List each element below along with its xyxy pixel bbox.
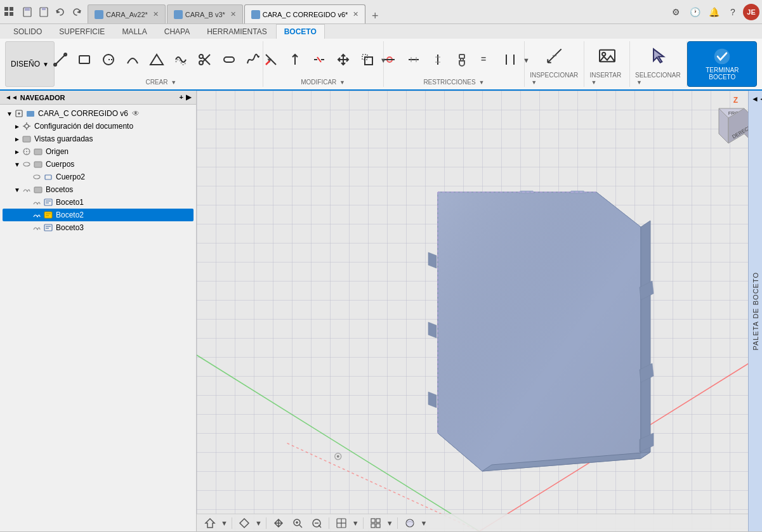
tree-item-origen[interactable]: ► Origen [3,145,194,158]
tree-arrow-bocetos[interactable]: ▼ [13,186,22,193]
tree-vis-origen[interactable] [22,146,32,157]
insertar-buttons [592,42,622,70]
svg-rect-0 [4,7,8,11]
viewport[interactable]: Z X FRONTAL DERECHA ◄◄ PALETA DE BOCETO [197,91,762,531]
tree-item-vistas[interactable]: ► Vistas guardadas [3,133,194,145]
ribbon-tab-boceto[interactable]: BOCETO [276,24,325,39]
btn-circle[interactable] [97,51,120,70]
svg-rect-67 [45,175,51,179]
btn-arc[interactable] [121,51,144,70]
btn-visual-style[interactable] [403,516,417,530]
tab-cara-a-close[interactable]: ✕ [153,10,159,18]
tree-vis-boceto3[interactable] [32,223,42,233]
ribbon-tab-solido[interactable]: SOLIDO [5,24,50,39]
btn-fit[interactable] [310,516,324,530]
btn-horizontal[interactable] [402,51,425,70]
tree-eye-root[interactable]: 👁 [132,109,140,118]
tree-vis-bocetos[interactable] [22,185,32,195]
tree-arrow-root[interactable]: ▼ [5,110,14,117]
user-badge[interactable]: JE [743,4,759,20]
tree-icon-cuerpos [33,159,43,169]
btn-move[interactable] [332,51,355,70]
nav-plus-icon[interactable]: + [180,93,183,101]
btn-slot[interactable] [218,51,240,70]
file-menu-icon[interactable] [20,4,35,20]
paleta-boceto-panel[interactable]: ◄◄ PALETA DE BOCETO [748,91,762,531]
tree-item-bocetos[interactable]: ▼ Bocetos [3,183,194,196]
tree-item-cuerpo2[interactable]: ► Cuerpo2 [3,171,194,183]
ribbon-group-restricciones: = ▼ RESTRICCIONES ▼ [384,41,525,87]
btn-select[interactable] [643,43,674,70]
undo-icon[interactable] [53,4,68,20]
btn-grid[interactable] [369,516,383,530]
apps-icon[interactable] [3,5,16,19]
btn-home-view[interactable] [203,516,217,530]
btn-measure[interactable]: ↔ [539,43,570,70]
tab-cara-c[interactable]: CARA_C CORREGIDO v6* ✕ [244,4,365,23]
finish-boceto-button[interactable]: TERMINAR BOCETO [687,41,757,87]
btn-coincident[interactable] [378,51,401,70]
tree-item-config[interactable]: ► Configuración del documento [3,120,194,133]
tree-vis-boceto1[interactable] [32,197,42,207]
ribbon-tab-herramientas[interactable]: HERRAMIENTAS [199,24,275,39]
tree-item-boceto1[interactable]: ► Boceto1 [3,196,194,209]
btn-line[interactable] [49,51,72,70]
restricciones-label: RESTRICCIONES ▼ [423,77,484,86]
clock-icon[interactable]: 🕐 [686,3,704,21]
ribbon-tab-malla[interactable]: MALLA [114,24,155,39]
nav-collapse-icon[interactable]: ▶ [186,93,191,101]
grid-dropdown[interactable]: ▼ [386,519,393,527]
view-dropdown-btn[interactable]: ▼ [221,519,228,527]
notification-icon[interactable]: 🔔 [705,3,723,21]
tree-vis-boceto2[interactable] [32,210,42,220]
tab-cara-c-close[interactable]: ✕ [353,10,358,18]
tree-label-cuerpo2: Cuerpo2 [56,172,85,181]
tree-item-boceto3[interactable]: ► Boceto3 [3,221,194,234]
tree-item-cuerpos[interactable]: ▼ Cuerpos [3,158,194,171]
tree-arrow-origen[interactable]: ► [13,148,22,155]
ribbon-tab-chapa[interactable]: CHAPA [156,24,198,39]
ribbon-tab-superficie[interactable]: SUPERFICIE [51,24,113,39]
save-icon[interactable] [36,4,51,20]
display-mode-dropdown[interactable]: ▼ [352,519,359,527]
tree-vis-cuerpos[interactable] [22,159,32,169]
tree-item-root[interactable]: ▼ CARA_C CORREGIDO v6 👁 [3,107,194,120]
tree-arrow-vistas[interactable]: ► [13,136,22,143]
btn-pan[interactable] [272,516,286,530]
btn-rect[interactable] [73,51,96,70]
tree-arrow-cuerpos[interactable]: ▼ [13,161,22,168]
btn-scissors[interactable] [194,51,216,70]
tree-vis-root[interactable] [14,108,24,119]
tree-arrow-config[interactable]: ► [13,123,22,130]
btn-offset[interactable] [169,51,192,70]
tab-cara-a[interactable]: CARA_Av22* ✕ [88,4,166,23]
nav-collapse-left[interactable]: ◄◄ [5,94,18,101]
new-tab-btn[interactable]: + [367,8,383,23]
tab-cara-b[interactable]: CARA_B v3* ✕ [167,4,243,23]
btn-fix[interactable] [450,51,473,70]
svg-marker-104 [206,519,214,528]
btn-equal[interactable]: = [475,51,497,70]
design-dropdown[interactable]: DISEÑO ▼ [5,41,55,87]
btn-display-mode[interactable] [334,516,348,530]
visual-style-dropdown[interactable]: ▼ [421,519,428,527]
btn-vertical[interactable] [426,51,449,70]
tab-cara-b-close[interactable]: ✕ [230,10,236,18]
view-dropdown-btn2[interactable]: ▼ [255,519,262,527]
btn-parallel[interactable] [499,51,522,70]
settings-icon[interactable]: ⚙ [667,3,685,21]
btn-insert-image[interactable] [592,43,622,70]
paleta-collapse-btn[interactable]: ◄◄ [751,94,760,103]
btn-scale[interactable] [356,51,379,70]
btn-extend[interactable] [284,51,306,70]
btn-trim[interactable] [259,51,282,70]
btn-zoom[interactable] [291,516,305,530]
help-icon[interactable]: ? [724,3,742,21]
btn-home-view2[interactable] [237,516,251,530]
btn-break[interactable] [308,51,331,70]
tree-vis-cuerpo2[interactable] [32,172,42,182]
btn-polygon[interactable] [145,51,168,70]
tree-item-boceto2[interactable]: ► Boceto2 [3,209,194,221]
svg-line-28 [317,57,321,62]
redo-icon[interactable] [69,4,84,20]
